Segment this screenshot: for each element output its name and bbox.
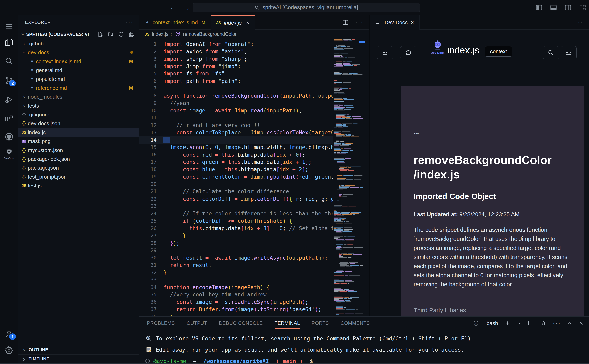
terminal-dropdown-icon[interactable]: [517, 320, 521, 326]
breadcrumb-file[interactable]: index.js: [152, 31, 168, 37]
explorer-more-actions-icon[interactable]: ···: [125, 19, 133, 26]
tree-item-label: general.md: [36, 67, 62, 73]
panel-tab-terminal[interactable]: TERMINAL: [275, 317, 300, 330]
tree-file-general.md[interactable]: general.md: [18, 66, 139, 75]
split-editor-icon[interactable]: [342, 19, 349, 26]
tree-file-.gitignore[interactable]: .gitignore: [18, 110, 139, 119]
activity-account-icon[interactable]: 1: [0, 326, 18, 341]
frontmatter-divider: ---: [414, 130, 572, 136]
shell-label[interactable]: bash: [487, 320, 498, 326]
code-line-27: 27 }: [139, 232, 333, 240]
maximize-panel-icon[interactable]: [567, 320, 572, 326]
tree-item-label: index.js: [28, 129, 46, 136]
tab-dev-docs[interactable]: Dev-Docs ×: [370, 15, 420, 30]
toggle-secondary-sidebar-icon[interactable]: [564, 4, 572, 11]
split-terminal-icon[interactable]: [528, 320, 534, 326]
devdocs-document-card: --- removeBackgroundColor/index.js Impor…: [401, 85, 584, 317]
tab-context-index.js.md[interactable]: context-index.js.mdM: [139, 15, 211, 30]
tree-file-dev-docs.json[interactable]: {}dev-docs.json: [18, 119, 139, 128]
code-editor[interactable]: 1import OpenAI from "openai";2import axi…: [139, 39, 333, 316]
panel-tab-comments[interactable]: COMMENTS: [340, 317, 370, 330]
activity-source-control-icon[interactable]: 2: [0, 73, 18, 88]
tree-folder-dev-docs[interactable]: ›dev-docs: [18, 48, 139, 57]
folder-chevron-icon: ›: [23, 93, 25, 100]
activity-extensions-icon[interactable]: [0, 111, 18, 127]
folder-chevron-icon: ›: [23, 40, 25, 47]
code-line-3: 3import sharp from "sharp";: [139, 55, 333, 63]
timeline-section[interactable]: › TIMELINE: [18, 354, 139, 363]
tree-file-package-lock.json[interactable]: {}package-lock.json: [18, 155, 139, 163]
devdocs-menu-button[interactable]: [561, 46, 577, 59]
svg-text:$_: $_: [475, 322, 478, 325]
comment-icon: [405, 49, 412, 56]
collapse-folders-icon[interactable]: [129, 31, 135, 37]
tab-index.js[interactable]: JSindex.js×: [211, 15, 255, 30]
terminal-line-1: To explore VS Code to its fullest, searc…: [145, 333, 581, 344]
editor-more-actions-icon[interactable]: ···: [355, 19, 363, 26]
panel-tab-problems[interactable]: PROBLEMS: [147, 317, 175, 330]
tree-file-test_prompt.json[interactable]: {}test_prompt.json: [18, 172, 139, 181]
activity-dev-docs-icon[interactable]: Dev-Docs: [0, 146, 18, 162]
devdocs-more-actions-icon[interactable]: ···: [575, 19, 589, 26]
tree-file-reference.md[interactable]: reference.mdM: [18, 84, 139, 92]
minimap[interactable]: [333, 39, 365, 316]
back-arrow-icon[interactable]: ←: [170, 3, 177, 12]
devdocs-search-button[interactable]: [543, 46, 559, 59]
close-panel-icon[interactable]: [578, 320, 584, 326]
panel-tab-ports[interactable]: PORTS: [312, 317, 329, 330]
new-terminal-icon[interactable]: [504, 320, 510, 326]
toggle-sidebar-icon[interactable]: [535, 4, 543, 11]
activity-settings-icon[interactable]: [0, 343, 18, 358]
toggle-panel-icon[interactable]: [550, 4, 557, 11]
refresh-icon[interactable]: [118, 31, 124, 37]
tree-file-populate.md[interactable]: populate.md: [18, 75, 139, 84]
tree-folder-tests[interactable]: ›tests: [18, 101, 139, 110]
outline-section[interactable]: › OUTLINE: [18, 345, 139, 354]
code-line-31: 31 return result: [139, 261, 333, 269]
git-modified-badge: M: [202, 20, 205, 26]
close-tab-icon[interactable]: ×: [246, 20, 249, 26]
context-badge-button[interactable]: context: [485, 46, 512, 57]
tree-file-context-index.js.md[interactable]: context-index.js.mdM: [18, 57, 139, 66]
code-line-36: 36 const image = fs.readFileSync(imagePa…: [139, 299, 333, 306]
activity-menu-icon[interactable]: [0, 19, 18, 34]
tree-file-package.json[interactable]: {}package.json: [18, 163, 139, 172]
search-icon: [547, 49, 554, 56]
new-folder-icon[interactable]: [108, 31, 114, 37]
selection: [164, 137, 170, 143]
customize-layout-icon[interactable]: [579, 4, 586, 11]
panel-tab-output[interactable]: OUTPUT: [187, 317, 207, 330]
workspace-section-header[interactable]: › SPRITEAI [CODESPACES: VIGI...: [18, 30, 139, 39]
kill-terminal-icon[interactable]: [540, 320, 546, 326]
panel-more-actions-icon[interactable]: ···: [553, 320, 561, 327]
terminal[interactable]: To explore VS Code to its fullest, searc…: [145, 333, 581, 364]
tree-folder-.github[interactable]: ›.github: [18, 39, 139, 48]
section-chevron-icon: ›: [20, 31, 27, 37]
breadcrumb-symbol[interactable]: removeBackgroundColor: [183, 31, 236, 37]
activity-run-debug-icon[interactable]: [0, 92, 18, 107]
activity-github-icon[interactable]: [0, 129, 18, 144]
tree-file-mask.png[interactable]: mask.png: [18, 137, 139, 146]
new-file-icon[interactable]: [97, 31, 103, 37]
activity-explorer-icon[interactable]: [0, 35, 18, 50]
tree-file-index.js[interactable]: JSindex.js: [18, 128, 139, 137]
tab-label: context-index.js.md: [153, 19, 198, 26]
title-bar: ← → spriteAI [Codespaces: vigilant umbre…: [0, 0, 589, 15]
tree-file-test.js[interactable]: JStest.js: [18, 181, 139, 190]
tree-item-label: test_prompt.json: [28, 174, 67, 180]
panel-tab-debug-console[interactable]: DEBUG CONSOLE: [219, 317, 263, 330]
forward-arrow-icon[interactable]: →: [183, 3, 190, 12]
tree-file-mycustom.json[interactable]: {}mycustom.json: [18, 146, 139, 155]
tree-item-label: reference.md: [36, 85, 67, 91]
outline-view-button[interactable]: [377, 46, 393, 59]
command-center-search[interactable]: spriteAI [Codespaces: vigilant umbrella]: [193, 3, 420, 12]
outline-chevron-icon: ›: [21, 346, 27, 353]
chat-button[interactable]: [400, 46, 416, 59]
code-line-13: 13 const colorToReplace = Jimp.cssColorT…: [139, 129, 333, 136]
activity-search-icon[interactable]: [0, 53, 18, 69]
folder-modified-dot: [130, 51, 133, 54]
tree-folder-node_modules[interactable]: ›node_modules: [18, 92, 139, 101]
tree-item-label: .github: [28, 40, 44, 47]
close-tab-icon[interactable]: ×: [411, 19, 414, 26]
code-line-16: 16 const red = this.bitmap.data[idx + 0]…: [139, 151, 333, 159]
